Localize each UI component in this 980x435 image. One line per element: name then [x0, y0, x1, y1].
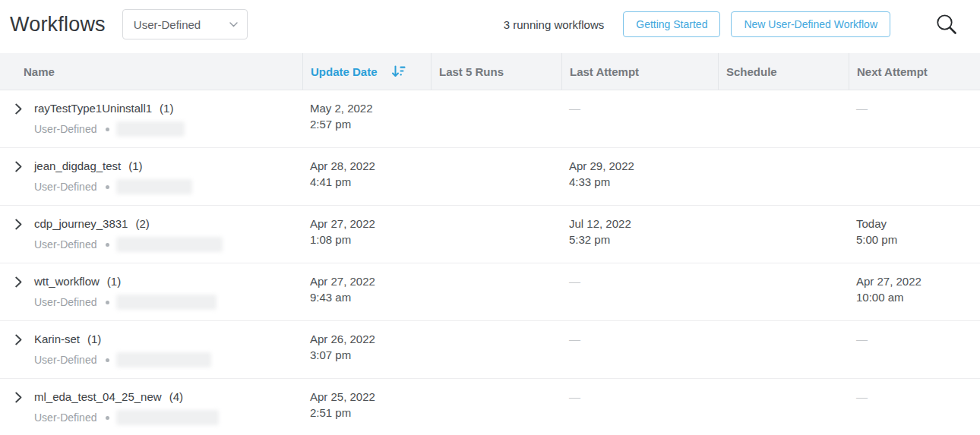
workflow-count: (1) — [87, 333, 101, 345]
workflow-count: (2) — [135, 217, 149, 230]
column-header-last-5-runs[interactable]: Last 5 Runs — [431, 53, 561, 90]
last-5-runs-cell — [431, 148, 561, 205]
last-5-runs-cell — [431, 379, 561, 435]
workflow-type-label: User-Defined — [34, 123, 96, 135]
workflow-name[interactable]: cdp_journey_3831 — [34, 217, 128, 230]
bullet-separator — [106, 301, 109, 304]
last-5-runs-cell — [431, 90, 561, 147]
workflow-type-label: User-Defined — [34, 238, 96, 251]
schedule-cell — [718, 90, 849, 147]
name-cell: wtt_workflow(1) User-Defined — [0, 263, 302, 320]
workflow-count: (1) — [160, 102, 173, 115]
update-date-cell: Apr 28, 20224:41 pm — [302, 148, 431, 205]
next-attempt-cell: Apr 27, 202210:00 am — [849, 263, 980, 320]
update-date-cell: Apr 27, 20229:43 am — [302, 263, 431, 320]
last-attempt-cell: — — [561, 90, 718, 147]
redacted-owner — [116, 352, 211, 367]
page-header: Workflows User-Defined 3 running workflo… — [0, 0, 980, 53]
workflow-name[interactable]: rayTestType1Uninstall1 — [34, 102, 152, 115]
update-date-cell: Apr 26, 20223:07 pm — [302, 321, 431, 378]
redacted-owner — [116, 295, 217, 310]
last-attempt-cell: — — [561, 263, 718, 320]
schedule-cell — [718, 379, 849, 435]
new-user-defined-workflow-button[interactable]: New User-Defined Workflow — [731, 11, 890, 37]
name-cell: cdp_journey_3831(2) User-Defined — [0, 206, 302, 263]
workflow-count: (1) — [107, 275, 121, 288]
table-header: Name Update Date Last 5 Runs Last Attemp… — [0, 53, 980, 90]
workflow-row[interactable]: rayTestType1Uninstall1(1) User-Defined M… — [0, 90, 980, 148]
update-date-cell: May 2, 20222:57 pm — [302, 90, 431, 147]
next-attempt-cell — [849, 148, 980, 205]
workflow-name[interactable]: ml_eda_test_04_25_new — [34, 390, 162, 403]
name-cell: Karin-set(1) User-Defined — [0, 321, 302, 378]
bullet-separator — [106, 358, 109, 362]
last-attempt-cell: Jul 12, 20225:32 pm — [561, 206, 718, 263]
workflow-count: (4) — [169, 390, 183, 403]
update-date-cell: Apr 25, 20222:51 pm — [302, 379, 431, 435]
workflow-type-dropdown-value: User-Defined — [134, 18, 201, 31]
next-attempt-cell: Today5:00 pm — [849, 206, 980, 263]
workflow-type-label: User-Defined — [34, 354, 96, 366]
expand-chevron-icon[interactable] — [15, 276, 22, 320]
search-icon[interactable] — [933, 11, 960, 38]
running-workflows-status: 3 running workflows — [504, 18, 605, 31]
expand-chevron-icon[interactable] — [15, 161, 22, 205]
bullet-separator — [106, 185, 109, 189]
workflow-row[interactable]: jean_digdag_test(1) User-Defined Apr 28,… — [0, 148, 980, 206]
redacted-owner — [116, 410, 219, 425]
workflow-row[interactable]: wtt_workflow(1) User-Defined Apr 27, 202… — [0, 263, 980, 321]
update-date-cell: Apr 27, 20221:08 pm — [302, 206, 431, 263]
expand-chevron-icon[interactable] — [15, 219, 22, 263]
column-header-update-date[interactable]: Update Date — [302, 53, 431, 90]
workflow-type-label: User-Defined — [34, 296, 96, 308]
last-attempt-cell: Apr 29, 20224:33 pm — [561, 148, 718, 205]
workflow-row[interactable]: Karin-set(1) User-Defined Apr 26, 20223:… — [0, 321, 980, 379]
name-cell: jean_digdag_test(1) User-Defined — [0, 148, 302, 205]
bullet-separator — [106, 416, 109, 420]
last-attempt-cell: — — [561, 379, 718, 435]
expand-chevron-icon[interactable] — [15, 103, 22, 147]
workflow-name[interactable]: Karin-set — [34, 333, 80, 345]
redacted-owner — [116, 179, 192, 194]
workflow-count: (1) — [128, 159, 142, 172]
last-attempt-cell: — — [561, 321, 718, 378]
next-attempt-cell: — — [849, 321, 980, 378]
column-header-schedule[interactable]: Schedule — [718, 53, 849, 90]
workflow-type-label: User-Defined — [34, 181, 96, 193]
column-header-name[interactable]: Name — [0, 53, 302, 90]
workflow-name[interactable]: wtt_workflow — [34, 275, 100, 288]
getting-started-button[interactable]: Getting Started — [623, 11, 720, 37]
next-attempt-cell: — — [849, 90, 980, 147]
last-5-runs-cell — [431, 321, 561, 378]
name-cell: rayTestType1Uninstall1(1) User-Defined — [0, 90, 302, 147]
schedule-cell — [718, 321, 849, 378]
workflow-row[interactable]: cdp_journey_3831(2) User-Defined Apr 27,… — [0, 206, 980, 263]
sort-descending-icon — [391, 65, 406, 78]
bullet-separator — [106, 243, 109, 247]
bullet-separator — [106, 128, 109, 131]
last-5-runs-cell — [431, 263, 561, 320]
schedule-cell — [718, 263, 849, 320]
chevron-down-icon — [229, 22, 238, 27]
next-attempt-cell: — — [849, 379, 980, 435]
redacted-owner — [116, 121, 185, 137]
workflow-type-dropdown[interactable]: User-Defined — [122, 9, 248, 39]
name-cell: ml_eda_test_04_25_new(4) User-Defined — [0, 379, 302, 435]
workflows-page: Workflows User-Defined 3 running workflo… — [0, 0, 980, 435]
workflow-name[interactable]: jean_digdag_test — [34, 159, 121, 172]
page-title: Workflows — [10, 13, 106, 36]
workflow-type-label: User-Defined — [34, 411, 96, 424]
redacted-owner — [116, 237, 223, 252]
last-5-runs-cell — [431, 206, 561, 263]
schedule-cell — [718, 148, 849, 205]
schedule-cell — [718, 206, 849, 263]
column-header-next-attempt[interactable]: Next Attempt — [849, 53, 980, 90]
workflow-row[interactable]: ml_eda_test_04_25_new(4) User-Defined Ap… — [0, 379, 980, 435]
expand-chevron-icon[interactable] — [15, 392, 22, 435]
expand-chevron-icon[interactable] — [15, 334, 22, 378]
column-header-last-attempt[interactable]: Last Attempt — [561, 53, 718, 90]
